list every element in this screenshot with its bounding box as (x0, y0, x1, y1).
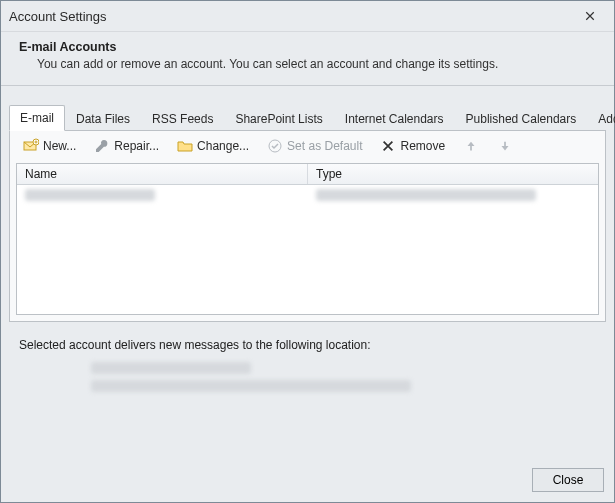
folder-change-icon (177, 138, 193, 154)
close-icon (582, 8, 598, 24)
mail-new-icon (23, 138, 39, 154)
new-button[interactable]: New... (18, 135, 81, 157)
change-label: Change... (197, 139, 249, 153)
change-button[interactable]: Change... (172, 135, 254, 157)
tab-data-files[interactable]: Data Files (65, 106, 141, 131)
delivery-location-label: Selected account delivers new messages t… (1, 330, 614, 356)
delivery-location-details (1, 356, 614, 392)
list-header: Name Type (17, 164, 598, 185)
table-row[interactable] (17, 185, 598, 205)
tab-internet-calendars[interactable]: Internet Calendars (334, 106, 455, 131)
tabstrip: E-mail Data Files RSS Feeds SharePoint L… (1, 86, 614, 130)
set-default-label: Set as Default (287, 139, 362, 153)
redacted-account-type (316, 189, 536, 201)
tab-address-books[interactable]: Address Books (587, 106, 615, 131)
column-type[interactable]: Type (308, 164, 598, 184)
toolbar: New... Repair... Change... Set as Defaul… (10, 131, 605, 161)
wrench-icon (94, 138, 110, 154)
repair-label: Repair... (114, 139, 159, 153)
cell-type (308, 185, 599, 205)
column-name[interactable]: Name (17, 164, 308, 184)
move-up-button[interactable] (458, 135, 484, 157)
tab-sharepoint-lists[interactable]: SharePoint Lists (224, 106, 333, 131)
redacted-location-2 (91, 380, 411, 392)
accounts-list: Name Type (16, 163, 599, 315)
window-close-button[interactable] (574, 4, 606, 28)
tab-published-calendars[interactable]: Published Calendars (455, 106, 588, 131)
new-label: New... (43, 139, 76, 153)
close-button[interactable]: Close (532, 468, 604, 492)
cell-name (17, 185, 308, 205)
subheading-text: You can add or remove an account. You ca… (37, 57, 596, 71)
redacted-location-1 (91, 362, 251, 374)
list-body[interactable] (17, 185, 598, 314)
move-down-button[interactable] (492, 135, 518, 157)
remove-button[interactable]: Remove (375, 135, 450, 157)
set-default-button[interactable]: Set as Default (262, 135, 367, 157)
arrow-down-icon (497, 138, 513, 154)
check-circle-icon (267, 138, 283, 154)
header-block: E-mail Accounts You can add or remove an… (1, 32, 614, 81)
titlebar: Account Settings (1, 1, 614, 32)
account-settings-window: Account Settings E-mail Accounts You can… (0, 0, 615, 503)
tab-email[interactable]: E-mail (9, 105, 65, 131)
remove-x-icon (380, 138, 396, 154)
repair-button[interactable]: Repair... (89, 135, 164, 157)
window-title: Account Settings (9, 9, 574, 24)
tab-rss-feeds[interactable]: RSS Feeds (141, 106, 224, 131)
dialog-footer: Close (1, 458, 614, 502)
remove-label: Remove (400, 139, 445, 153)
redacted-account-name (25, 189, 155, 201)
arrow-up-icon (463, 138, 479, 154)
heading-email-accounts: E-mail Accounts (19, 40, 596, 54)
tab-panel: New... Repair... Change... Set as Defaul… (9, 130, 606, 322)
